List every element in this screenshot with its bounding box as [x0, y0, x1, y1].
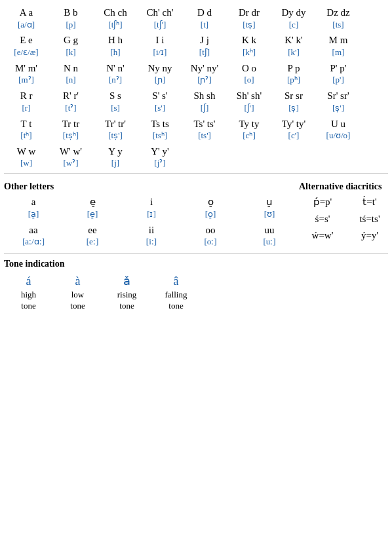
- cell-Tt: T t [tʰ]: [4, 117, 49, 143]
- tone-high: á hightone: [4, 272, 53, 313]
- cell-Ypyp: Y' y' [jˀ]: [138, 144, 182, 170]
- alt-cell-tsp: tś=ts': [346, 212, 392, 227]
- main-content: A a [a/ɑ] B b [p] Ch ch [tʃʰ] Ch' ch' [t…: [4, 5, 388, 313]
- alt-diac-row-3: ẃ=w' ý=y': [299, 228, 392, 244]
- cell-Npnp: N' n' [nˀ]: [93, 61, 138, 87]
- tone-row: á hightone à lowtone ǎ risingtone â fall…: [4, 272, 388, 313]
- cell-Gg: G g [k]: [49, 33, 93, 59]
- other-cell-oo: oo [oː]: [181, 223, 240, 249]
- alphabet-row-5: T t [tʰ] Tr tr [tṣʰ] Tr' tr' [tṣ'] Ts ts…: [4, 117, 388, 143]
- cell-Ww: W w [w]: [4, 144, 49, 170]
- alt-cell-tp: t́=t': [346, 195, 392, 210]
- other-cell-uu: uu [uː]: [240, 223, 299, 249]
- other-letters-section: Other letters a [a̠] e̠ [e̠] i [ɪ] o̠ [o…: [4, 176, 299, 250]
- cell-Pp: P p [pʰ]: [271, 61, 316, 87]
- cell-Hh: H h [h]: [93, 33, 138, 59]
- cell-Shpshp: Sh' sh' [ʃ']: [227, 88, 271, 115]
- cell-Tsts: Ts ts [tsʰ]: [138, 117, 182, 143]
- other-cell-i: i [ɪ]: [122, 195, 181, 221]
- tone-rising: ǎ risingtone: [102, 272, 151, 313]
- alphabet-row-6: W w [w] W' w' [wˀ] Y y [j] Y' y' [jˀ]: [4, 144, 388, 170]
- cell-Chch: Ch ch [tʃʰ]: [93, 5, 138, 31]
- cell-Srpsr: Sr' sr' [ṣ']: [316, 88, 361, 115]
- tone-section: Tone indication á hightone à lowtone ǎ r…: [4, 259, 388, 313]
- cell-Ee: E e [e/ɛ/æ]: [4, 33, 49, 59]
- cell-Shsh: Sh sh [ʃ]: [182, 88, 227, 115]
- other-cell-e: e̠ [e̠]: [63, 195, 122, 221]
- alt-diacritics-header: Alternative diacritics: [299, 181, 392, 192]
- other-cell-ee: ee [eː]: [63, 223, 122, 249]
- other-cell-o: o̠ [o̠]: [181, 195, 240, 221]
- section-divider-2: [4, 253, 388, 254]
- alt-cell-wp: ẃ=w': [299, 228, 346, 244]
- other-cell-u: u̠ [ʊ]: [240, 195, 299, 221]
- alt-diacritics-section: Alternative diacritics ṕ=p' t́=t' ḱ=k' ś…: [299, 176, 392, 250]
- other-cell-aa: aa [aː/ɑː]: [4, 223, 63, 249]
- other-letters-header: Other letters: [4, 181, 299, 192]
- split-section: Other letters a [a̠] e̠ [e̠] i [ɪ] o̠ [o…: [4, 176, 388, 250]
- alt-cell-pp: ṕ=p': [299, 195, 346, 210]
- other-cell-ii: ii [iː]: [122, 223, 181, 249]
- cell-Bb: B b [p]: [49, 5, 93, 31]
- tone-low: à lowtone: [53, 272, 102, 313]
- cell-Yy: Y y [j]: [93, 144, 138, 170]
- cell-Pppp: P' p' [p']: [316, 61, 361, 87]
- cell-Uu: U u [u/ʊ/o]: [316, 117, 361, 143]
- cell-Kpkp: K' k' [k']: [271, 33, 316, 59]
- cell-Jj: J j [tʃ]: [182, 33, 227, 59]
- alt-diac-row-1: ṕ=p' t́=t' ḱ=k': [299, 195, 392, 210]
- cell-Chpch: Ch' ch' [tʃ']: [138, 5, 182, 31]
- other-letters-row-2: aa [aː/ɑː] ee [eː] ii [iː] oo [oː] uu: [4, 223, 299, 249]
- section-divider-1: [4, 173, 388, 174]
- cell-Dydy: Dy dy [c]: [271, 5, 316, 31]
- cell-Dzdz: Dz dz [ts]: [316, 5, 361, 31]
- cell-Nypnyp: Ny' ny' [ɲˀ]: [182, 61, 227, 87]
- alphabet-section: A a [a/ɑ] B b [p] Ch ch [tʃʰ] Ch' ch' [t…: [4, 5, 388, 170]
- alphabet-row-3: M' m' [mˀ] N n [n] N' n' [nˀ] Ny ny [ɲ] …: [4, 61, 388, 87]
- cell-Dd: D d [t]: [182, 5, 227, 31]
- alt-diac-row-2: ś=s' tś=ts' ḿ=m': [299, 212, 392, 227]
- cell-Tsptp: Ts' ts' [ts']: [182, 117, 227, 143]
- cell-Mm: M m [m]: [316, 33, 361, 59]
- cell-Rprp: R' r' [tˀ]: [49, 88, 93, 115]
- cell-Aa: A a [a/ɑ]: [4, 5, 49, 31]
- cell-Trtr: Tr tr [tṣʰ]: [49, 117, 93, 143]
- alphabet-row-2: E e [e/ɛ/æ] G g [k] H h [h] I i [i/ɪ] J …: [4, 33, 388, 59]
- alt-cell-sp: ś=s': [299, 212, 346, 227]
- cell-Mpm: M' m' [mˀ]: [4, 61, 49, 87]
- other-letters-row-1: a [a̠] e̠ [e̠] i [ɪ] o̠ [o̠] u̠ [ʊ]: [4, 195, 299, 221]
- cell-Rr: R r [r]: [4, 88, 49, 115]
- cell-Srsr: Sr sr [ṣ]: [271, 88, 316, 115]
- cell-Ii: I i [i/ɪ]: [138, 33, 182, 59]
- tone-header: Tone indication: [4, 259, 388, 269]
- alphabet-row-4: R r [r] R' r' [tˀ] S s [s] S' s' [s'] Sh…: [4, 88, 388, 115]
- cell-Spsp: S' s' [s']: [138, 88, 182, 115]
- tone-falling: â fallingtone: [151, 272, 201, 313]
- cell-Nn: N n [n]: [49, 61, 93, 87]
- alphabet-row-1: A a [a/ɑ] B b [p] Ch ch [tʃʰ] Ch' ch' [t…: [4, 5, 388, 31]
- cell-Drdr: Dr dr [tṣ]: [227, 5, 271, 31]
- cell-Ss: S s [s]: [93, 88, 138, 115]
- cell-Kk: K k [kʰ]: [227, 33, 271, 59]
- cell-Trptr: Tr' tr' [tṣ']: [93, 117, 138, 143]
- alt-cell-yp: ý=y': [346, 228, 392, 244]
- cell-Nyny: Ny ny [ɲ]: [138, 61, 182, 87]
- cell-Wpwp: W' w' [wˀ]: [49, 144, 93, 170]
- cell-Oo: O o [o]: [227, 61, 271, 87]
- other-cell-a: a [a̠]: [4, 195, 63, 221]
- cell-Tyty: Ty ty [cʰ]: [227, 117, 271, 143]
- cell-Typtyp: Ty' ty' [c']: [271, 117, 316, 143]
